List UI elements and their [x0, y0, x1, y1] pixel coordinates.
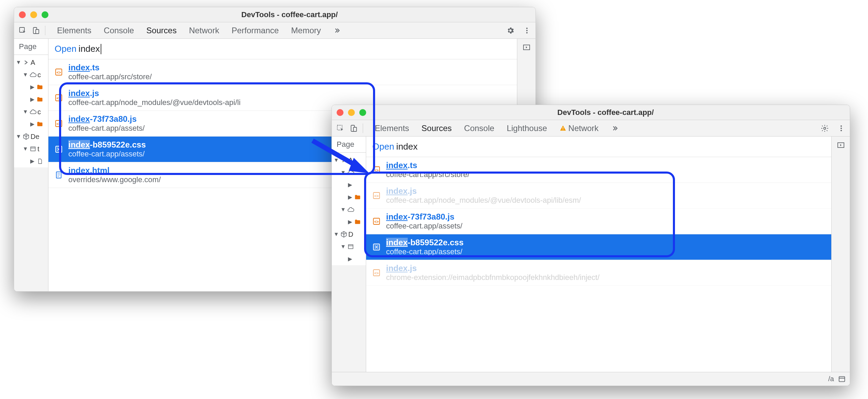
device-toggle-icon[interactable]	[348, 122, 359, 134]
result-filename: index.js	[386, 263, 599, 273]
kebab-menu-icon[interactable]	[521, 25, 533, 36]
titlebar: DevTools - coffee-cart.app/	[14, 7, 536, 22]
tab-sources[interactable]: Sources	[420, 120, 453, 137]
tree-row[interactable]: ▶	[332, 253, 366, 265]
file-icon: <>	[54, 67, 64, 77]
minimize-button[interactable]	[30, 11, 37, 18]
result-path: overrides/www.google.com/	[68, 175, 161, 184]
tab-console[interactable]: Console	[463, 120, 496, 137]
result-path: coffee-cart.app/node_modules/@vue/devtoo…	[68, 98, 240, 107]
result-path: coffee-cart.app/assets/	[68, 150, 146, 159]
tree-row[interactable]: ▼c	[14, 106, 48, 118]
tree-row[interactable]: ▼c	[14, 69, 48, 81]
annotation-arrow	[309, 137, 378, 178]
tab-network[interactable]: Network	[188, 22, 221, 39]
result-path: coffee-cart.app/assets/	[386, 247, 463, 256]
tab-network[interactable]: Network	[558, 120, 600, 137]
statusbar: /a	[332, 372, 850, 386]
window-title: DevTools - coffee-cart.app/	[48, 10, 531, 19]
svg-rect-29	[348, 245, 353, 249]
panel-tabs: Elements Console Sources Network Perform…	[56, 22, 503, 39]
tree-row[interactable]: ▼A	[14, 56, 48, 69]
svg-text:<>: <>	[374, 194, 379, 198]
result-filename: index-b859522e.css	[68, 140, 146, 150]
result-item[interactable]: <> index.js coffee-cart.app/node_modules…	[366, 183, 831, 209]
devtools-tabbar: Elements Console Sources Network Perform…	[14, 22, 536, 39]
command-menu[interactable]: Open index	[366, 137, 831, 157]
minimize-button[interactable]	[348, 109, 355, 116]
result-path: coffee-cart.app/node_modules/@vue/devtoo…	[386, 196, 581, 205]
window-title: DevTools - coffee-cart.app/	[366, 108, 845, 117]
tab-performance[interactable]: Performance	[230, 22, 280, 39]
tree-row[interactable]: ▶	[332, 179, 366, 191]
result-item[interactable]: <> index.js chrome-extension://eimadpbcb…	[366, 260, 831, 286]
result-path: coffee-cart.app/assets/	[68, 124, 145, 133]
kebab-menu-icon[interactable]	[835, 122, 847, 134]
tree-row[interactable]: ▼	[332, 240, 366, 253]
result-filename: index-73f73a80.js	[68, 114, 145, 124]
result-filename: index.ts	[68, 63, 152, 72]
result-path: chrome-extension://eimadpbcbfnmbkopoojfe…	[386, 273, 599, 282]
coverage-icon[interactable]	[838, 375, 846, 383]
result-item[interactable]: <> index.ts coffee-cart.app/src/store/	[366, 157, 831, 183]
svg-rect-23	[563, 127, 563, 129]
divider	[363, 124, 363, 133]
tab-elements[interactable]: Elements	[56, 22, 93, 39]
result-item[interactable]: <> index.ts coffee-cart.app/src/store/	[48, 59, 517, 85]
svg-point-5	[526, 32, 528, 33]
tab-memory[interactable]: Memory	[290, 22, 323, 39]
svg-point-25	[824, 127, 826, 129]
result-item[interactable]: index-b859522e.css coffee-cart.app/asset…	[366, 234, 831, 260]
svg-text:<>: <>	[374, 271, 379, 275]
tab-sources[interactable]: Sources	[145, 22, 178, 39]
close-button[interactable]	[19, 11, 26, 18]
settings-icon[interactable]	[505, 25, 516, 36]
zoom-button[interactable]	[42, 11, 48, 18]
svg-rect-24	[563, 129, 563, 130]
tree-row[interactable]: ▶	[14, 81, 48, 93]
svg-point-28	[841, 130, 842, 131]
device-toggle-icon[interactable]	[30, 25, 42, 36]
svg-text:<>: <>	[57, 96, 61, 100]
tree-row[interactable]: ▼	[332, 203, 366, 216]
text-cursor	[101, 44, 101, 54]
result-filename: index.js	[386, 186, 581, 196]
result-item[interactable]: <> index-73f73a80.js coffee-cart.app/ass…	[366, 209, 831, 234]
collapse-panel-icon[interactable]	[521, 42, 532, 53]
tree-row[interactable]: ▶	[14, 93, 48, 106]
tree-row[interactable]: ▼De	[14, 130, 48, 143]
tab-lighthouse[interactable]: Lighthouse	[505, 120, 548, 137]
sidebar-tab-page[interactable]: Page	[14, 39, 48, 55]
sidebar: Page ▼A▼c▶▶▼c▶▼De▼t▶	[14, 39, 48, 291]
devtools-window-2: DevTools - coffee-cart.app/ Elements Sou…	[331, 105, 850, 386]
zoom-button[interactable]	[359, 109, 366, 116]
tree-row[interactable]: ▼t	[14, 143, 48, 155]
tree-row[interactable]: ▶	[332, 191, 366, 203]
inspect-icon[interactable]	[17, 25, 29, 36]
result-path: coffee-cart.app/src/store/	[68, 72, 152, 81]
tab-elements[interactable]: Elements	[373, 120, 410, 137]
file-icon	[54, 144, 64, 154]
result-filename: index-b859522e.css	[386, 238, 463, 247]
close-button[interactable]	[337, 109, 343, 116]
result-path: coffee-cart.app/src/store/	[386, 170, 470, 179]
more-tabs[interactable]	[610, 120, 620, 137]
inspect-icon[interactable]	[335, 122, 346, 134]
tree-row[interactable]: ▼D	[332, 228, 366, 240]
svg-rect-2	[36, 30, 39, 34]
divider	[45, 26, 45, 35]
collapse-panel-icon[interactable]	[835, 139, 847, 151]
command-query[interactable]: index	[79, 44, 100, 54]
tab-console[interactable]: Console	[102, 22, 135, 39]
more-tabs[interactable]	[332, 22, 342, 39]
traffic-lights	[19, 11, 48, 18]
result-filename: index.js	[68, 89, 240, 98]
file-tree[interactable]: ▼A▼c▶▶▼c▶▼De▼t▶	[14, 55, 48, 167]
settings-icon[interactable]	[819, 122, 831, 134]
tree-row[interactable]: ▶	[332, 216, 366, 228]
command-query[interactable]: index	[396, 141, 418, 152]
command-menu[interactable]: Open index	[48, 39, 517, 59]
tree-row[interactable]: ▶	[14, 155, 48, 167]
tree-row[interactable]: ▶	[14, 118, 48, 130]
svg-text:<>: <>	[57, 122, 61, 126]
